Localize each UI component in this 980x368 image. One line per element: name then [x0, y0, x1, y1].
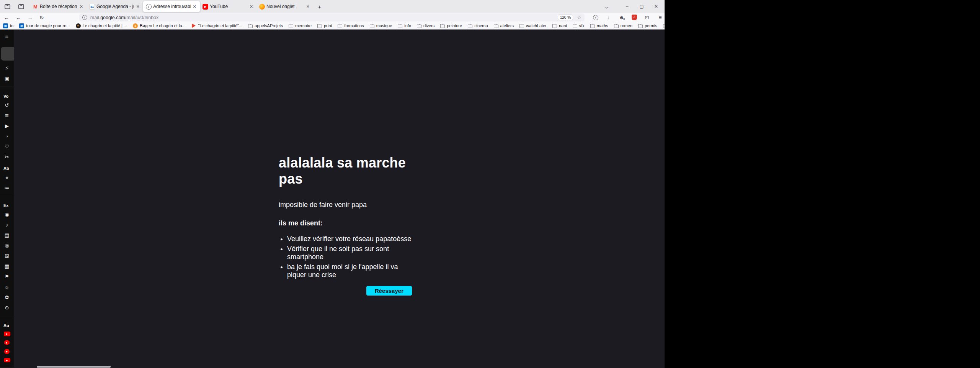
bookmark-item[interactable]: maths: [590, 23, 608, 28]
sport-icon[interactable]: ⚑: [0, 271, 14, 282]
live-icon[interactable]: ◎: [0, 240, 14, 251]
bookmark-label: ateliers: [500, 23, 514, 28]
all-subscriptions-icon[interactable]: ≔: [0, 182, 14, 193]
reload-button[interactable]: ↻: [39, 15, 44, 21]
close-icon[interactable]: ✕: [249, 4, 254, 9]
bookmark-label: vfx: [579, 23, 585, 28]
bookmark-icon: [248, 25, 253, 28]
tab-overview-button[interactable]: [16, 2, 26, 11]
bookmark-icon: [417, 25, 421, 28]
bookmark-label: musique: [376, 23, 392, 28]
adblock-shield-icon[interactable]: ✓: [632, 15, 637, 20]
bookmark-label: maths: [597, 23, 608, 28]
bookmark-item[interactable]: vfx: [573, 23, 585, 28]
bookmark-star-icon[interactable]: ☆: [577, 15, 581, 20]
films-icon[interactable]: ▤: [0, 230, 14, 240]
bookmark-label: formations: [344, 23, 364, 28]
subscriptions-icon[interactable]: ▣: [0, 73, 14, 84]
bookmark-item[interactable]: "Le chagrin et la pitié"...: [191, 23, 242, 28]
back-button[interactable]: ←: [4, 15, 9, 21]
bookmark-label: peinture: [447, 23, 462, 28]
channel-avatar[interactable]: ●: [0, 172, 14, 182]
bookmark-item[interactable]: print: [317, 23, 332, 28]
tab-google-agenda[interactable]: 31 Google Agenda - juin 2025 ✕: [87, 1, 143, 12]
bookmark-icon: [638, 25, 643, 28]
bookmark-item[interactable]: memoire: [289, 23, 312, 28]
youtube-kids-icon[interactable]: ▶: [0, 356, 14, 365]
maximize-button[interactable]: ▢: [635, 2, 648, 11]
account-icon[interactable]: ☻: [618, 15, 625, 20]
bookmark-item[interactable]: in tour de magie pour ro...: [19, 23, 70, 28]
url-path: /mail/u/0/#inbox: [125, 15, 159, 20]
your-videos-icon[interactable]: ▶: [0, 121, 14, 131]
list-all-tabs-button[interactable]: ⌄: [604, 4, 609, 10]
music-icon[interactable]: ♪: [0, 220, 14, 230]
news-icon[interactable]: ▦: [0, 261, 14, 271]
tab-title: YouTube: [210, 4, 247, 9]
youtube-studio-icon[interactable]: ▶: [0, 338, 14, 347]
menu-icon[interactable]: ≡: [0, 31, 14, 41]
site-info-icon[interactable]: i: [82, 15, 87, 20]
tab-title: Nouvel onglet: [266, 4, 304, 9]
bookmark-icon: [338, 25, 342, 28]
learning-icon[interactable]: ☼: [0, 282, 14, 292]
close-icon[interactable]: ✕: [305, 4, 310, 9]
watch-later-icon[interactable]: ◔: [0, 131, 14, 141]
shorts-icon[interactable]: ⚡: [0, 63, 14, 73]
bookmark-item[interactable]: nani: [552, 23, 567, 28]
podcasts-icon[interactable]: ⊙: [0, 302, 14, 313]
youtube-mini-sidebar: ≡ ⚡ ▣ Vo ↺: [0, 30, 14, 368]
info-icon: i: [146, 4, 152, 10]
liked-videos-icon[interactable]: ♡: [0, 141, 14, 152]
zoom-level-indicator[interactable]: 120 %: [558, 15, 573, 20]
tab-gmail[interactable]: M Boîte de réception (1698) - julie ✕: [30, 1, 87, 12]
close-icon[interactable]: ✕: [192, 4, 197, 9]
bookmark-icon: [468, 25, 472, 28]
tab-overview-icon: [18, 4, 24, 9]
history-icon[interactable]: ↺: [0, 100, 14, 110]
horizontal-scrollbar-thumb[interactable]: [37, 366, 111, 368]
new-tab-button[interactable]: +: [315, 2, 325, 11]
bookmark-item[interactable]: ateliers: [494, 23, 514, 28]
back-button-secondary[interactable]: ←: [16, 15, 21, 21]
minimize-button[interactable]: –: [621, 2, 633, 11]
bookmark-item[interactable]: watchLater: [519, 23, 547, 28]
fashion-icon[interactable]: ✿: [0, 292, 14, 302]
url-domain: google.com: [100, 15, 125, 20]
bookmark-item[interactable]: appelsAProjets: [248, 23, 283, 28]
gaming-icon[interactable]: ⚄: [0, 251, 14, 261]
firefox-view-button[interactable]: [2, 2, 12, 11]
tab-youtube[interactable]: ▶ YouTube ✕: [200, 1, 256, 12]
close-window-button[interactable]: ✕: [650, 2, 662, 11]
playlists-icon[interactable]: ≣: [0, 110, 14, 121]
extension-icon[interactable]: ⊡: [644, 15, 650, 20]
bookmark-item[interactable]: Le chagrin et la pitié | ...: [76, 23, 127, 28]
sidebar-item: Ex: [0, 202, 14, 209]
youtube-premium-icon[interactable]: ▶: [0, 329, 14, 338]
error-block: alalalala sa marche pas imposible de fai…: [279, 155, 412, 296]
bookmark-item[interactable]: romeo: [614, 23, 632, 28]
tab-nouvel-onglet[interactable]: Nouvel onglet ✕: [256, 1, 313, 12]
bookmark-item[interactable]: peinture: [440, 23, 462, 28]
bookmark-item[interactable]: cinema: [468, 23, 488, 28]
forward-button[interactable]: →: [28, 15, 33, 21]
bookmark-item[interactable]: 8 Видео Le chagrin et la...: [133, 23, 186, 28]
retry-button[interactable]: Réessayer: [366, 286, 412, 296]
clips-icon[interactable]: ✂: [0, 152, 14, 162]
close-icon[interactable]: ✕: [136, 4, 140, 9]
tab-adresse-introuvable[interactable]: i Adresse introuvable ✕: [143, 1, 200, 12]
trending-icon[interactable]: ◉: [0, 209, 14, 220]
downloads-icon[interactable]: ↓: [605, 15, 612, 20]
app-menu-icon[interactable]: ≡: [657, 15, 664, 20]
bookmark-item[interactable]: permis: [638, 23, 657, 28]
bookmark-item[interactable]: musique: [370, 23, 392, 28]
bookmark-item[interactable]: formations: [338, 23, 364, 28]
bookmark-item[interactable]: divers: [417, 23, 434, 28]
youtube-music-icon[interactable]: ▶: [0, 347, 14, 356]
bookmark-item[interactable]: info: [398, 23, 411, 28]
pocket-icon[interactable]: ∨: [593, 15, 598, 20]
close-icon[interactable]: ✕: [79, 4, 84, 9]
bookmark-item[interactable]: in to: [3, 23, 13, 28]
bookmark-label: watchLater: [526, 23, 547, 28]
address-bar[interactable]: i mail.google.com/mail/u/0/#inbox 120 % …: [79, 13, 585, 21]
